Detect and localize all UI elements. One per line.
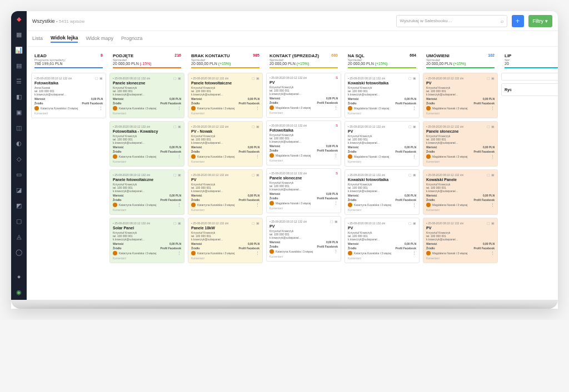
kanban-card[interactable]: • 25-08-2020 08:10:12 132 dni▢ ▣Fotowolt… xyxy=(31,73,106,118)
avatar xyxy=(191,251,196,255)
card-comment: Komentarz xyxy=(426,208,495,212)
card-value: 0,00 PLN xyxy=(405,145,416,149)
avatar xyxy=(191,154,196,159)
card-icons: ▢ ▣ xyxy=(408,76,416,80)
more-icon[interactable]: ⋮ xyxy=(256,203,259,207)
kanban-card[interactable]: • 25-08-2020 08:10:12 132 dniSFotowoltai… xyxy=(266,120,341,165)
card-source-label: Źródło xyxy=(191,150,200,153)
kanban-card[interactable]: Ryc xyxy=(501,83,558,96)
status-icon[interactable]: ◉ xyxy=(14,288,23,296)
nav-icon-14[interactable]: ◬ xyxy=(14,232,23,241)
kanban-card[interactable]: • 25-08-2020 08:10:12 132 dni▢ ▣Panele f… xyxy=(188,73,263,118)
more-icon[interactable]: ⋮ xyxy=(491,106,495,110)
user-avatar-icon[interactable]: ● xyxy=(14,272,23,281)
card-assignees: Katarzyna Kowalska i 3 więcej xyxy=(119,107,176,110)
search-input[interactable]: Wyszukaj w Salesbooku… ⌕ xyxy=(396,15,507,27)
kanban-card[interactable]: • 25-08-2020 08:10:12 132 dni▢ ▣PV - Now… xyxy=(188,121,263,167)
kanban-card[interactable]: • 25-08-2020 08:10:12 132 dni▢ ▣PVKrzysz… xyxy=(188,169,263,215)
avatar xyxy=(426,106,431,110)
more-icon[interactable]: ⋮ xyxy=(256,154,259,159)
kanban-card[interactable]: • 25-08-2020 08:10:12 132 dni▢ ▣Panele 1… xyxy=(188,218,263,263)
card-date: • 25-08-2020 08:10:12 132 dni xyxy=(426,125,463,128)
nav-icon-6[interactable]: ▣ xyxy=(14,108,23,117)
card-icons: ▢ ▣ xyxy=(487,124,495,128)
nav-icon-8[interactable]: ◐ xyxy=(14,139,23,148)
kanban-card[interactable]: • 25-08-2020 08:10:12 132 dni▢ ▣PVKrzysz… xyxy=(345,218,420,263)
more-icon[interactable]: ⋮ xyxy=(177,106,181,110)
kanban-card[interactable] xyxy=(501,73,558,81)
nav-icon-11[interactable]: ◪ xyxy=(14,185,23,194)
more-icon[interactable]: ⋮ xyxy=(412,203,416,207)
card-source: Profil Facebook xyxy=(395,102,416,105)
card-title: PV - Nowak xyxy=(191,129,259,133)
more-icon[interactable]: ⋮ xyxy=(334,153,338,158)
card-icons: ▢ ▣ xyxy=(95,76,103,80)
card-source-label: Źródło xyxy=(269,245,278,248)
column-change: (+15%) xyxy=(375,62,388,66)
kanban-card[interactable]: • 25-08-2020 08:10:12 132 dniSPanele sło… xyxy=(266,168,341,213)
card-icons: ▢ ▣ xyxy=(173,76,181,80)
tab-widok-lejka[interactable]: Widok lejka xyxy=(51,35,78,43)
tab-prognoza[interactable]: Prognoza xyxy=(121,36,143,42)
kanban-card[interactable]: • 25-08-2020 08:10:12 132 dni▢ ▣Kowalski… xyxy=(345,169,420,215)
more-icon[interactable]: ⋮ xyxy=(412,154,416,159)
card-value-label: Wartość xyxy=(34,97,46,100)
more-icon[interactable]: ⋮ xyxy=(491,154,495,159)
more-icon[interactable]: ⋮ xyxy=(177,203,181,207)
card-assignees: Magdalena Nowak i 3 więcej xyxy=(276,106,332,109)
nav-icon-10[interactable]: ▭ xyxy=(14,170,23,179)
card-comment: Komentarz xyxy=(113,112,181,115)
more-icon[interactable]: ⋮ xyxy=(177,251,181,255)
more-icon[interactable]: ⋮ xyxy=(334,201,338,205)
kanban-card[interactable]: • 25-08-2020 08:10:12 132 dni▢ ▣PVKrzysz… xyxy=(266,216,341,262)
nav-icon-9[interactable]: ◇ xyxy=(14,154,23,163)
card-title: Panele słoneczne xyxy=(426,129,495,133)
kanban-card[interactable]: • 25-08-2020 08:10:12 132 dni▢ ▣Kowalski… xyxy=(423,169,498,215)
kanban-card[interactable]: • 25-08-2020 08:10:12 132 dni▢ ▣Kowalski… xyxy=(345,73,420,118)
nav-icon-2[interactable]: 📊 xyxy=(14,46,23,54)
kanban-card[interactable]: • 25-08-2020 08:10:12 132 dni▢ ▣Panele f… xyxy=(109,169,184,215)
more-icon[interactable]: ⋮ xyxy=(491,203,495,207)
more-icon[interactable]: ⋮ xyxy=(412,251,416,255)
card-value: 0,00 PLN xyxy=(483,194,495,197)
kanban-card[interactable]: • 25-08-2020 08:10:12 132 dni▢ ▣PVKrzysz… xyxy=(423,73,498,118)
more-icon[interactable]: ⋮ xyxy=(491,251,495,255)
more-icon[interactable]: ⋮ xyxy=(412,106,416,110)
chevron-down-icon: ▾ xyxy=(545,18,548,24)
nav-icon-12[interactable]: ◩ xyxy=(14,201,23,210)
nav-icon-3[interactable]: ▤ xyxy=(14,61,23,70)
more-icon[interactable]: ⋮ xyxy=(256,251,259,255)
kanban-card[interactable]: • 25-08-2020 08:10:12 132 dni▢ ▣Fotowolt… xyxy=(109,121,184,167)
logo-icon[interactable]: ◆ xyxy=(14,14,23,23)
kanban-card[interactable]: • 25-08-2020 08:10:12 132 dni▢ ▣Solar Pa… xyxy=(109,218,184,263)
kanban-card[interactable]: • 25-08-2020 08:10:12 132 dni▢ ▣PVKrzysz… xyxy=(345,121,420,167)
add-button[interactable]: + xyxy=(512,15,524,27)
column-count: 216 xyxy=(174,53,181,58)
nav-icon-4[interactable]: ☰ xyxy=(14,77,23,86)
tab-widok-mapy[interactable]: Widok mapy xyxy=(86,36,113,42)
card-comment: Komentarz xyxy=(269,159,338,162)
more-icon[interactable]: ⋮ xyxy=(99,106,103,110)
card-value-label: Wartość xyxy=(191,97,202,100)
kanban-card[interactable]: • 25-08-2020 08:10:12 132 dni▢ ▣Panele s… xyxy=(109,73,184,118)
more-icon[interactable]: ⋮ xyxy=(334,249,338,254)
card-email: k.krawczyk@solarpanel… xyxy=(348,93,416,96)
card-source-label: Źródło xyxy=(348,247,357,250)
filter-button[interactable]: Filtry ▾ xyxy=(528,15,553,27)
column-bar xyxy=(269,67,338,68)
more-icon[interactable]: ⋮ xyxy=(334,105,338,110)
kanban-card[interactable]: • 25-08-2020 08:10:12 132 dni▢ ▣Panele s… xyxy=(423,121,498,167)
nav-icon-1[interactable]: ▦ xyxy=(14,30,23,39)
more-icon[interactable]: ⋮ xyxy=(256,106,259,110)
more-icon[interactable]: ⋮ xyxy=(177,154,181,159)
nav-icon-7[interactable]: ◫ xyxy=(14,123,23,132)
column-bar xyxy=(113,67,181,68)
nav-icon-5[interactable]: ◧ xyxy=(14,92,23,101)
column-change: (+15%) xyxy=(218,62,231,66)
nav-icon-13[interactable]: ▢ xyxy=(14,217,23,225)
kanban-card[interactable]: • 25-08-2020 08:10:12 132 dni▢ ▣PVKrzysz… xyxy=(423,218,498,263)
tab-lista[interactable]: Lista xyxy=(32,36,43,42)
card-source-label: Źródło xyxy=(348,198,357,202)
kanban-card[interactable]: • 25-08-2020 08:10:12 132 dniSPVKrzyszto… xyxy=(266,73,341,118)
nav-icon-15[interactable]: ◯ xyxy=(14,248,23,257)
